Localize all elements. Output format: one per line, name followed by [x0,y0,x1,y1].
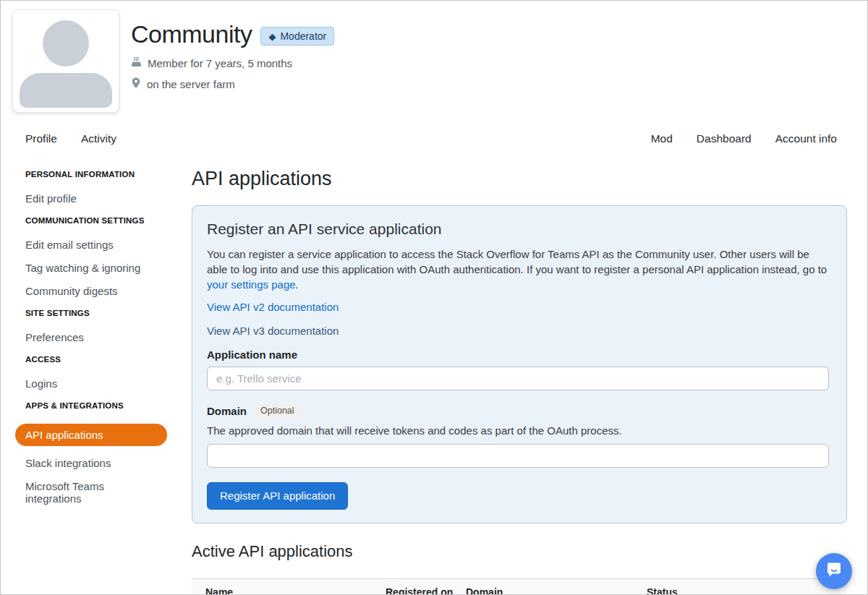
top-nav-mod[interactable]: Mod [651,132,673,145]
sidebar-item-slack-integrations[interactable]: Slack integrations [15,457,167,469]
application-name-label: Application name [207,347,829,362]
sidebar-item-community-digests[interactable]: Community digests [15,285,167,297]
sidebar-item-edit-email-settings[interactable]: Edit email settings [15,239,167,251]
table-header-row: Name Registered on Domain Status [192,579,847,595]
column-header-registered-on: Registered on [386,586,466,595]
content: PERSONAL INFORMATION Edit profile COMMUN… [1,156,867,595]
domain-input[interactable] [207,444,829,468]
name-row: Community ◆ Moderator [131,20,334,48]
doc-link-row-v3: View API v3 documentation [207,323,829,347]
sidebar-item-edit-profile[interactable]: Edit profile [15,192,167,205]
avatar-silhouette-head [43,20,89,67]
top-nav-dashboard[interactable]: Dashboard [697,132,752,145]
location-text: on the server farm [147,78,235,90]
column-header-domain: Domain [466,586,647,595]
api-v3-documentation-link[interactable]: View API v3 documentation [207,323,339,338]
avatar [12,9,119,113]
sidebar-section-title: SITE SETTINGS [15,308,192,318]
sidebar-item-preferences[interactable]: Preferences [15,331,167,343]
description-text: You can register a service application t… [207,248,827,275]
cake-icon [131,56,142,69]
settings-sidebar: PERSONAL INFORMATION Edit profile COMMUN… [1,156,192,595]
sidebar-section-communication-settings: COMMUNICATION SETTINGS Edit email settin… [15,215,192,297]
register-panel-description: You can register a service application t… [207,247,829,292]
tab-activity[interactable]: Activity [81,132,116,145]
top-nav-account-info[interactable]: Account info [775,132,837,145]
sidebar-item-api-applications[interactable]: API applications [15,424,167,446]
sidebar-section-title: ACCESS [15,354,192,364]
doc-link-row-v2: View API v2 documentation [207,299,829,323]
register-api-panel: Register an API service application You … [192,205,847,523]
main-content: API applications Register an API service… [192,156,867,595]
membership-row: Member for 7 years, 5 months [131,56,334,69]
domain-help-text: The approved domain that will receive to… [207,423,829,438]
active-apps-title: Active API applications [192,541,847,562]
domain-label-row: Domain Optional [207,403,829,419]
sidebar-section-personal-information: PERSONAL INFORMATION Edit profile [15,169,192,205]
tabs-row: Profile Activity Mod Dashboard Account i… [1,113,867,145]
register-api-application-button[interactable]: Register API application [207,482,348,510]
sidebar-section-title: COMMUNICATION SETTINGS [15,215,192,226]
your-settings-page-link[interactable]: your settings page [207,278,296,291]
sidebar-item-logins[interactable]: Logins [15,377,167,390]
profile-tabs: Profile Activity [25,132,116,145]
moderator-badge: ◆ Moderator [260,27,334,46]
optional-badge: Optional [254,403,301,419]
user-name: Community [131,20,252,48]
moderator-badge-label: Moderator [280,30,326,42]
sidebar-item-tag-watching-ignoring[interactable]: Tag watching & ignoring [15,262,167,274]
diamond-icon: ◆ [268,32,276,41]
membership-text: Member for 7 years, 5 months [148,57,292,69]
profile-page: Community ◆ Moderator [0,0,868,595]
sidebar-section-title: PERSONAL INFORMATION [15,169,192,179]
column-header-status: Status [647,586,847,595]
profile-info: Community ◆ Moderator [119,9,334,113]
sidebar-section-site-settings: SITE SETTINGS Preferences [15,308,192,343]
sidebar-section-access: ACCESS Logins [15,354,192,390]
application-name-input[interactable] [207,367,829,390]
avatar-silhouette-body [20,73,112,108]
description-end: . [296,278,299,291]
sidebar-item-microsoft-teams-integrations[interactable]: Microsoft Teams integrations [15,480,167,505]
tab-profile[interactable]: Profile [25,132,57,145]
chat-bubble-icon [824,560,844,583]
register-panel-title: Register an API service application [207,219,829,239]
sidebar-section-title: APPS & INTEGRATIONS [15,401,192,411]
active-apps-table: Name Registered on Domain Status [192,578,847,595]
page-title: API applications [192,166,847,192]
top-nav: Mod Dashboard Account info [651,132,837,145]
api-v2-documentation-link[interactable]: View API v2 documentation [207,299,339,314]
domain-label: Domain [207,403,247,419]
location-pin-icon [131,77,141,91]
column-header-name: Name [205,586,386,595]
chat-messenger-button[interactable] [816,553,852,589]
location-row: on the server farm [131,77,334,91]
sidebar-section-apps-integrations: APPS & INTEGRATIONS API applications Sla… [15,401,192,505]
profile-header: Community ◆ Moderator [1,1,867,113]
